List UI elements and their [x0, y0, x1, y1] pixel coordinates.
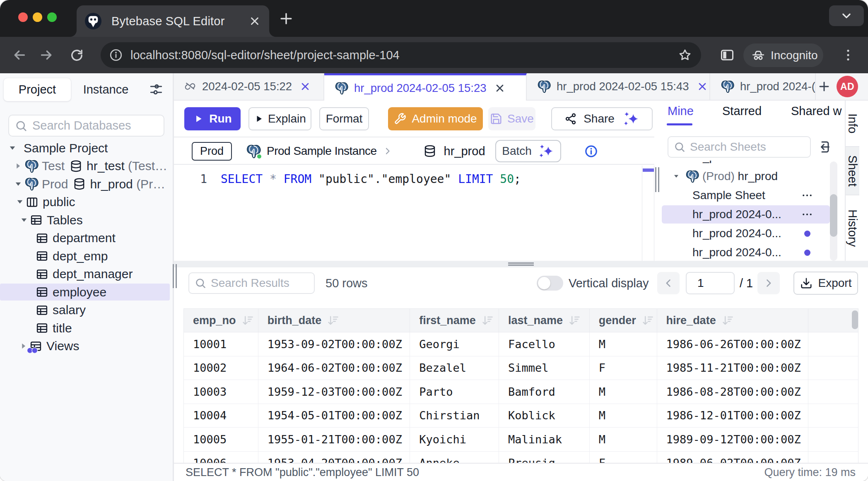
sheet-row-partial-top[interactable]: hr_prod 2024-0... [659, 161, 845, 167]
close-window-button[interactable] [18, 12, 28, 22]
close-tab-icon[interactable] [494, 82, 506, 94]
table-cell[interactable]: 1954-05-01T00:00:00Z [258, 404, 410, 428]
minimize-window-button[interactable] [33, 12, 42, 22]
admin-mode-button[interactable]: Admin mode [388, 107, 483, 130]
format-button[interactable]: Format [319, 107, 369, 130]
user-avatar[interactable]: AD [837, 76, 858, 97]
caret-down-icon[interactable] [8, 144, 17, 152]
export-button[interactable]: Export [793, 272, 858, 295]
search-databases-input[interactable]: Search Databases [8, 115, 164, 137]
explain-button[interactable]: Explain [248, 107, 311, 130]
share-button[interactable]: Share [551, 107, 653, 130]
table-row[interactable]: 100051955-01-21T00:00:00ZKyoichiMaliniak… [184, 428, 858, 452]
sheet-row-partial-bottom[interactable]: hr_prod 2024-0... [659, 243, 845, 261]
table-row[interactable]: 100031959-12-03T00:00:00ZPartoBamfordM19… [184, 380, 858, 404]
column-header-gender[interactable]: gender [590, 309, 657, 332]
table-cell[interactable]: 1964-06-02T00:00:00Z [258, 356, 410, 380]
column-header-emp_no[interactable]: emp_no [184, 309, 258, 332]
table-cell[interactable]: Anneke [410, 452, 499, 463]
site-info-icon[interactable] [109, 48, 123, 62]
sidebar-tab-project[interactable]: Project [3, 78, 71, 101]
editor-tab-3[interactable]: hr_prod 2024-02-05 15:43 [527, 73, 710, 100]
browser-tab-close-icon[interactable] [248, 15, 261, 27]
instance-name[interactable]: Prod Sample Instance [267, 144, 377, 158]
tab-shared-with-me[interactable]: Shared w [791, 101, 845, 126]
sheet-list-scrollbar-thumb[interactable] [830, 194, 837, 237]
url-text[interactable]: localhost:8080/sql-editor/sheet/project-… [130, 48, 678, 62]
close-tab-icon[interactable] [697, 81, 708, 92]
tab-info[interactable]: Info [846, 101, 859, 146]
previous-page-button[interactable] [657, 272, 680, 294]
tree-db-hr_prod[interactable]: Prodhr_prod (Pr… [0, 175, 173, 193]
table-cell[interactable]: 10005 [184, 428, 258, 452]
column-header-first_name[interactable]: first_name [410, 309, 499, 332]
table-cell[interactable]: M [590, 380, 657, 404]
table-cell[interactable]: 10002 [184, 356, 258, 380]
tree-table-dept_manager[interactable]: dept_manager [0, 265, 173, 284]
tab-mine[interactable]: Mine [668, 101, 694, 126]
table-cell[interactable]: 1986-12-01T00:00:00Z [657, 404, 809, 428]
row-menu-icon[interactable] [801, 209, 813, 220]
close-tab-icon[interactable] [299, 81, 311, 92]
sheet-row[interactable]: hr_prod 2024-0... [659, 224, 845, 243]
table-cell[interactable]: 1953-04-20T00:00:00Z [258, 452, 410, 463]
save-button[interactable]: Save [488, 107, 535, 130]
column-header-birth_date[interactable]: birth_date [258, 309, 410, 332]
caret-down-icon[interactable] [673, 173, 680, 180]
tree-tables[interactable]: Tables [0, 211, 173, 229]
table-cell[interactable]: Parto [410, 380, 499, 404]
back-button[interactable] [12, 37, 27, 73]
table-cell[interactable]: 1986-06-26T00:00:00Z [657, 332, 809, 356]
table-row[interactable]: 100011953-09-02T00:00:00ZGeorgiFacelloM1… [184, 332, 858, 356]
vertical-display-toggle[interactable] [537, 276, 563, 291]
panel-resize-handle[interactable] [655, 167, 659, 192]
table-cell[interactable]: 10003 [184, 380, 258, 404]
table-cell[interactable]: F [590, 452, 657, 463]
caret-down-icon[interactable] [14, 180, 22, 188]
table-cell[interactable]: 1986-08-28T00:00:00Z [657, 380, 809, 404]
editor-tab-2[interactable]: hr_prod 2024-02-05 15:23 [324, 73, 527, 101]
tree-table-employee[interactable]: employee [0, 283, 173, 301]
tab-starred[interactable]: Starred [722, 101, 762, 126]
panel-divider[interactable] [654, 101, 659, 261]
page-number-input[interactable]: 1 [686, 272, 735, 294]
browser-menu-icon[interactable] [841, 48, 856, 63]
table-scrollbar-thumb[interactable] [852, 310, 858, 329]
editor-tab-1[interactable]: 2024-02-05 15:22 [174, 73, 324, 100]
table-cell[interactable]: M [590, 404, 657, 428]
caret-right-icon[interactable] [14, 162, 22, 170]
filter-icon[interactable] [149, 82, 163, 96]
next-page-button[interactable] [757, 272, 780, 294]
table-cell[interactable]: Simmel [499, 356, 590, 380]
url-bar[interactable]: localhost:8080/sql-editor/sheet/project-… [101, 42, 701, 68]
sidebar-resize-handle[interactable] [171, 264, 178, 288]
tree-table-salary[interactable]: salary [0, 301, 173, 320]
table-cell[interactable]: Bezalel [410, 356, 499, 380]
new-tab-button[interactable] [278, 11, 294, 26]
editor-scrollbar[interactable] [642, 166, 654, 261]
table-cell[interactable]: 1953-09-02T00:00:00Z [258, 332, 410, 356]
tree-views[interactable]: Views [0, 337, 173, 356]
caret-down-icon[interactable] [20, 216, 28, 224]
table-row[interactable]: 100021964-06-02T00:00:00ZBezalelSimmelF1… [184, 356, 858, 380]
run-button[interactable]: Run [184, 107, 241, 130]
environment-badge[interactable]: Prod [192, 142, 232, 161]
horizontal-splitter[interactable] [174, 261, 868, 267]
sheet-group-row[interactable]: (Prod) hr_prod [659, 167, 845, 186]
table-cell[interactable]: Preusig [499, 452, 590, 463]
tree-table-title[interactable]: title [0, 319, 173, 337]
table-cell[interactable]: 1989-06-02T00:00:00Z [657, 452, 809, 463]
table-cell[interactable]: Kyoichi [410, 428, 499, 452]
tree-project[interactable]: Sample Project [0, 139, 173, 157]
table-cell[interactable]: Chirstian [410, 404, 499, 428]
maximize-window-button[interactable] [47, 12, 57, 22]
column-header-last_name[interactable]: last_name [499, 309, 590, 332]
row-menu-icon[interactable] [801, 190, 813, 201]
upload-sheet-icon[interactable] [816, 139, 831, 154]
table-row[interactable]: 100041954-05-01T00:00:00ZChirstianKoblic… [184, 404, 858, 428]
browser-tab[interactable]: Bytebase SQL Editor [77, 5, 269, 37]
sheet-row-sample[interactable]: Sample Sheet [659, 186, 845, 205]
table-cell[interactable]: Bamford [499, 380, 590, 404]
tree-db-hr_test[interactable]: Testhr_test (Test… [0, 157, 173, 176]
table-cell[interactable]: 10001 [184, 332, 258, 356]
